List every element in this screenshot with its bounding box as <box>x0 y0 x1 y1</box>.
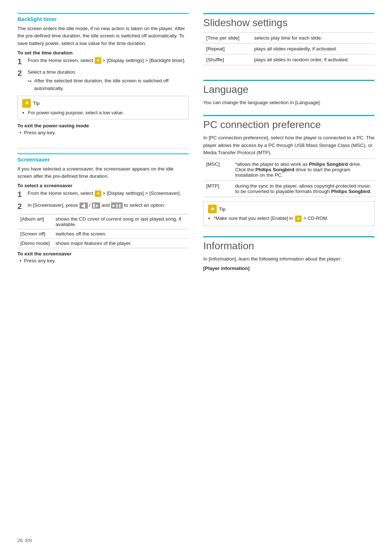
tip-item: For power-saving purpose, select a low v… <box>28 110 184 115</box>
step2-text: Select a time duration. <box>28 69 76 75</box>
arrow-icon: ↪ <box>28 77 34 85</box>
page-number: 26 <box>17 538 23 543</box>
language-body: You can change the language selection in… <box>203 99 375 106</box>
information-heading: Information <box>203 236 375 252</box>
screensaver-body: If you have selected a screensaver, the … <box>17 165 189 180</box>
tip-box-backlight: ✦ Tip For power-saving purpose, select a… <box>17 96 189 119</box>
page-footer: 26 EN <box>17 538 32 543</box>
table-row: [MTP]during the sync to the player, allo… <box>203 181 375 197</box>
information-sub: [Player information] <box>203 265 375 272</box>
pc-connection-body: In [PC connection preference], select ho… <box>203 134 375 156</box>
option-cell: [Shuffle] <box>203 54 251 65</box>
backlight-section: Backlight timer The screen enters the id… <box>17 13 189 136</box>
right-column: Slideshow settings [Time per slide]selec… <box>203 13 375 541</box>
tip-star-icon: ✦ <box>22 99 31 108</box>
exit-screensaver-bullet: Press any key. <box>17 258 189 263</box>
slideshow-table: [Time per slide]selects play time for ea… <box>203 32 375 65</box>
gear-icon-3: ✦ <box>295 216 302 222</box>
option-cell: [Album art] <box>17 214 53 229</box>
desc-cell: switches off the screen. <box>53 229 189 239</box>
option-cell: [Repeat] <box>203 44 251 54</box>
tip-list: For power-saving purpose, select a low v… <box>22 110 184 115</box>
select-screensaver-heading: To select a screensaver <box>17 183 189 188</box>
exit-power-saving-heading: To exit the power-saving mode <box>17 123 189 128</box>
option-cell: [MTP] <box>203 181 232 197</box>
backlight-step1: 1 From the Home screen, select ✦ > [Disp… <box>17 57 189 66</box>
table-row: [Repeat]plays all slides repeatedly, if … <box>203 44 375 54</box>
pc-connection-section: PC connection preference In [PC connecti… <box>203 115 375 230</box>
step2-arrow-text: After the selected time duration, the id… <box>34 77 189 92</box>
pc-connection-heading: PC connection preference <box>203 115 375 131</box>
slideshow-heading: Slideshow settings <box>203 13 375 29</box>
exit-screensaver-heading: To exit the screensaver <box>17 251 189 257</box>
desc-cell: during the sync to the player, allows co… <box>232 181 375 197</box>
table-row: [Screen off]switches off the screen. <box>17 229 189 239</box>
tip-box-pc: ✦ Tip *Make sure that you select [Enable… <box>203 201 375 226</box>
slideshow-section: Slideshow settings [Time per slide]selec… <box>203 13 375 70</box>
backlight-step2: 2 Select a time duration. ↪ After the se… <box>17 69 189 92</box>
gear-icon-2: ✦ <box>95 190 101 197</box>
screensaver-step1: 1 From the Home screen, select ✦ > [Disp… <box>17 190 189 199</box>
tip-list-pc: *Make sure that you select [Enable] in ✦… <box>208 216 370 222</box>
option-cell: [Time per slide] <box>203 33 251 44</box>
information-body: In [Information], learn the following in… <box>203 255 375 263</box>
play-icon: ▶❚❚ <box>111 202 123 209</box>
screensaver-options-table: [Album art]shows the CD cover of current… <box>17 214 189 248</box>
next-icon: ▌▶ <box>92 202 100 209</box>
table-row: [Shuffle]plays all slides in random orde… <box>203 54 375 65</box>
screensaver-heading: Screensaver <box>17 153 189 163</box>
pc-connection-table: [MSC]*allows the player to also work as … <box>203 159 375 197</box>
desc-cell: shows the CD cover of current song or la… <box>53 214 189 229</box>
desc-cell: shows major features of the player. <box>53 239 189 248</box>
left-column: Backlight timer The screen enters the id… <box>17 13 189 541</box>
ss-step2-text: In [Screensaver], press ◀▌ / ▌▶ and ▶❚❚ … <box>28 202 165 208</box>
tip-label-pc: Tip <box>219 206 225 212</box>
information-section: Information In [Information], learn the … <box>203 236 375 275</box>
desc-cell: plays all slides repeatedly, if activate… <box>251 44 375 54</box>
step2-content: Select a time duration. ↪ After the sele… <box>28 69 189 92</box>
table-row: [Album art]shows the CD cover of current… <box>17 214 189 229</box>
language-heading: Language <box>203 80 375 95</box>
divider-1 <box>17 148 189 148</box>
step1-content: From the Home screen, select ✦ > [Displa… <box>28 57 189 64</box>
step2-number: 2 <box>17 69 28 78</box>
gear-icon: ✦ <box>95 57 101 64</box>
step2-arrow: ↪ After the selected time duration, the … <box>28 77 189 92</box>
ss-step1-content: From the Home screen, select ✦ > [Displa… <box>28 190 189 197</box>
option-cell: [MSC] <box>203 159 232 181</box>
ss-step2-number: 2 <box>17 202 28 211</box>
ss-step1-number: 1 <box>17 190 28 199</box>
desc-cell: *allows the player to also work as Phili… <box>232 159 375 181</box>
tip-label: Tip <box>33 100 40 106</box>
option-cell: [Demo mode] <box>17 239 53 248</box>
table-row: [Demo mode]shows major features of the p… <box>17 239 189 248</box>
screensaver-section: Screensaver If you have selected a scree… <box>17 153 189 264</box>
exit-power-saving-bullet: Press any key. <box>17 130 189 135</box>
step1-text: From the Home screen, select ✦ > [Displa… <box>28 58 185 63</box>
tip-item-pc: *Make sure that you select [Enable] in ✦… <box>214 216 370 222</box>
tip-star-icon-2: ✦ <box>208 205 217 213</box>
option-cell: [Screen off] <box>17 229 53 239</box>
table-row: [MSC]*allows the player to also work as … <box>203 159 375 181</box>
ss-step2-content: In [Screensaver], press ◀▌ / ▌▶ and ▶❚❚ … <box>28 202 189 209</box>
page-lang: EN <box>25 538 32 543</box>
desc-cell: plays all slides in random order, if act… <box>251 54 375 65</box>
language-section: Language You can change the language sel… <box>203 80 375 108</box>
tip-header: ✦ Tip <box>22 99 184 108</box>
table-row: [Time per slide]selects play time for ea… <box>203 33 375 44</box>
ss-step1-text: From the Home screen, select ✦ > [Displa… <box>28 190 181 196</box>
set-time-duration-heading: To set the time duration <box>17 50 189 56</box>
screensaver-step2: 2 In [Screensaver], press ◀▌ / ▌▶ and ▶❚… <box>17 202 189 211</box>
backlight-heading: Backlight timer <box>17 13 189 22</box>
backlight-body: The screen enters the idle mode, if no n… <box>17 25 189 47</box>
tip-header-pc: ✦ Tip <box>208 205 370 213</box>
step1-number: 1 <box>17 57 28 66</box>
prev-icon: ◀▌ <box>79 202 88 209</box>
desc-cell: selects play time for each slide. <box>251 33 375 44</box>
